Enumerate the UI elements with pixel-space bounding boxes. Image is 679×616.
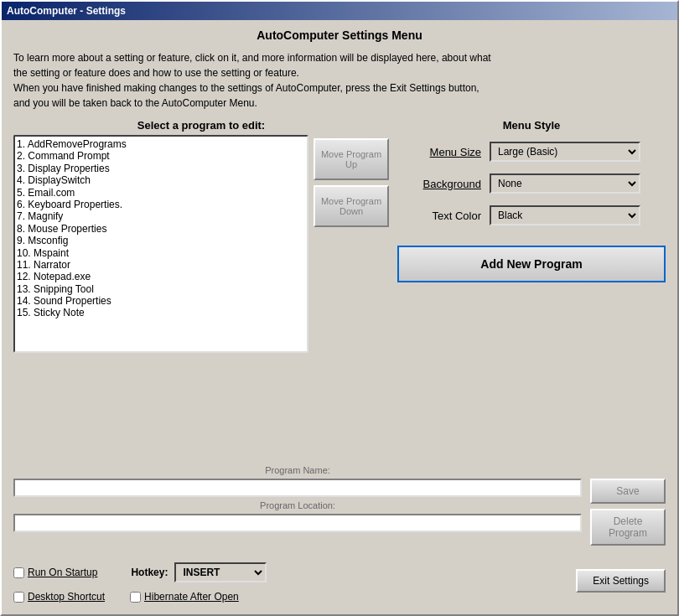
program-name-label: Program Name: xyxy=(13,465,582,475)
menu-style-title: Menu Style xyxy=(397,119,666,132)
program-name-input[interactable] xyxy=(13,479,582,497)
add-new-program-button[interactable]: Add New Program xyxy=(397,246,666,282)
program-location-input[interactable] xyxy=(13,514,582,532)
menu-size-select[interactable]: Small (Basic)Large (Basic)Small (Full)La… xyxy=(490,142,640,162)
menu-size-label: Menu Size xyxy=(397,146,481,158)
select-label: Select a program to edit: xyxy=(13,119,389,132)
save-button[interactable]: Save xyxy=(590,479,666,504)
title-bar: AutoComputer - Settings xyxy=(2,2,677,20)
program-location-label: Program Location: xyxy=(13,500,582,510)
main-window: AutoComputer - Settings AutoComputer Set… xyxy=(0,0,679,616)
page-title: AutoComputer Settings Menu xyxy=(13,28,666,42)
desktop-shortcut-checkbox[interactable]: Desktop Shortcut xyxy=(13,591,105,603)
info-line2: the setting or feature does and how to u… xyxy=(13,67,299,79)
text-color-select[interactable]: BlackWhiteBlueRedGreen xyxy=(490,205,640,225)
hibernate-after-open-checkbox[interactable]: Hibernate After Open xyxy=(130,591,239,603)
info-line3: When you have finished making changes to… xyxy=(13,82,479,94)
window-title: AutoComputer - Settings xyxy=(7,5,126,17)
background-label: Background xyxy=(397,178,481,190)
info-line4: and you will be taken back to the AutoCo… xyxy=(13,97,257,109)
move-up-button[interactable]: Move Program Up xyxy=(314,138,389,180)
exit-settings-button[interactable]: Exit Settings xyxy=(576,569,666,593)
move-down-button[interactable]: Move Program Down xyxy=(314,185,389,227)
hotkey-select[interactable]: INSERTF1F2F3F4F5F6F7F8F9F10F11F12 xyxy=(174,562,267,582)
info-text: To learn more about a setting or feature… xyxy=(13,50,666,111)
background-select[interactable]: NoneBlueRedGreenCustom xyxy=(490,173,640,194)
text-color-label: Text Color xyxy=(397,210,481,222)
run-on-startup-checkbox[interactable]: Run On Startup xyxy=(13,567,97,578)
hotkey-label: Hotkey: xyxy=(131,567,168,578)
delete-program-button[interactable]: DeleteProgram xyxy=(590,509,666,546)
program-listbox[interactable]: 1. AddRemovePrograms2. Command Prompt3. … xyxy=(13,135,308,353)
info-line1: To learn more about a setting or feature… xyxy=(13,52,491,64)
